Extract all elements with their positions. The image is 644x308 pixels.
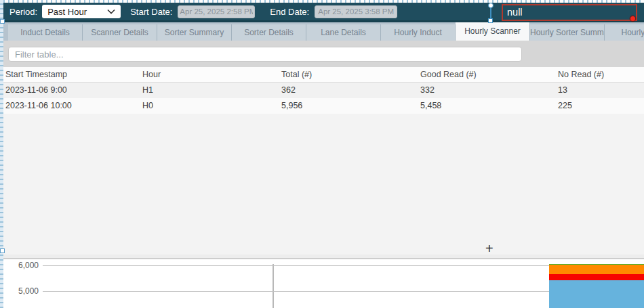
table-row[interactable]: 2023-11-06 9:00H136233213 [3,83,644,98]
table-row[interactable]: 2023-11-06 10:00H05,9565,458225 [3,98,644,114]
tab-hourly-sort[interactable]: Hourly Sort [605,24,644,41]
tab-bar: Induct DetailsScanner DetailsSorter Summ… [3,22,644,41]
period-select-value: Past Hour [47,7,107,17]
table-cell: Good Read (#) [420,67,477,83]
table-cell: Total (#) [281,67,312,83]
error-dot-icon [630,16,635,21]
tab-lane-details[interactable]: Lane Details [306,24,381,41]
table-cell: 5,956 [281,98,302,114]
binding-value: null [507,7,523,18]
bar-orange-segment [549,265,644,274]
resize-handle-bottom[interactable] [0,248,5,253]
tab-sorter-summary[interactable]: Sorter Summary [157,24,232,41]
chevron-down-icon [107,9,115,14]
period-select[interactable]: Past Hour [42,5,121,18]
tab-induct-details[interactable]: Induct Details [8,24,83,41]
table-header-row: Start TimestampHourTotal (#)Good Read (#… [3,67,644,83]
chart-plot: 6,0005,000 [3,259,644,308]
start-date-label: Start Date: [130,7,172,17]
table-cell: Hour [142,67,161,83]
filter-section [3,41,644,67]
hourly-scanner-table: Start TimestampHourTotal (#)Good Read (#… [3,67,644,114]
selected-binding-box[interactable]: null [502,4,637,21]
table-cell: 332 [420,83,435,98]
table-cell: 362 [281,83,296,98]
plus-icon[interactable]: + [485,241,494,257]
end-date-label: End Date: [270,7,309,17]
tab-sorter-details[interactable]: Sorter Details [232,24,306,41]
bar-red-segment [549,274,644,280]
start-date-input[interactable] [178,5,255,18]
table-cell: 13 [558,83,567,98]
table-cell: 2023-11-06 9:00 [5,83,67,98]
top-ruler [0,0,644,3]
tab-hourly-scanner[interactable]: Hourly Scanner [456,22,530,41]
filter-input[interactable] [8,47,522,62]
table-cell: H1 [142,83,153,98]
resize-handle-top[interactable] [0,19,5,24]
tab-hourly-induct[interactable]: Hourly Induct [381,24,456,41]
designer-canvas: Period: Past Hour Start Date: End Date: … [0,0,644,308]
table-cell: No Read (#) [558,67,604,83]
end-date-input[interactable] [315,5,397,18]
selection-square-handle[interactable] [488,18,493,23]
table-cell: 2023-11-06 10:00 [5,98,72,114]
bar-blue-segment [549,280,644,308]
tab-hourly-sorter-summar[interactable]: Hourly Sorter Summar [530,24,605,41]
period-label: Period: [9,7,37,17]
table-body: 2023-11-06 9:00H1362332132023-11-06 10:0… [3,83,644,114]
chart-category-divider [273,264,274,308]
left-ruler [0,0,3,308]
table-cell: H0 [142,98,153,114]
tab-scanner-details[interactable]: Scanner Details [83,24,157,41]
table-cell: 225 [558,98,572,114]
chart-ytick-label: 5,000 [9,286,39,296]
bar-green-segment [549,264,644,265]
table-cell: Start Timestamp [5,67,67,83]
selection-circle-handle[interactable] [488,3,494,8]
table-cell: 5,458 [420,98,441,114]
chart-ytick-label: 6,000 [9,261,39,270]
